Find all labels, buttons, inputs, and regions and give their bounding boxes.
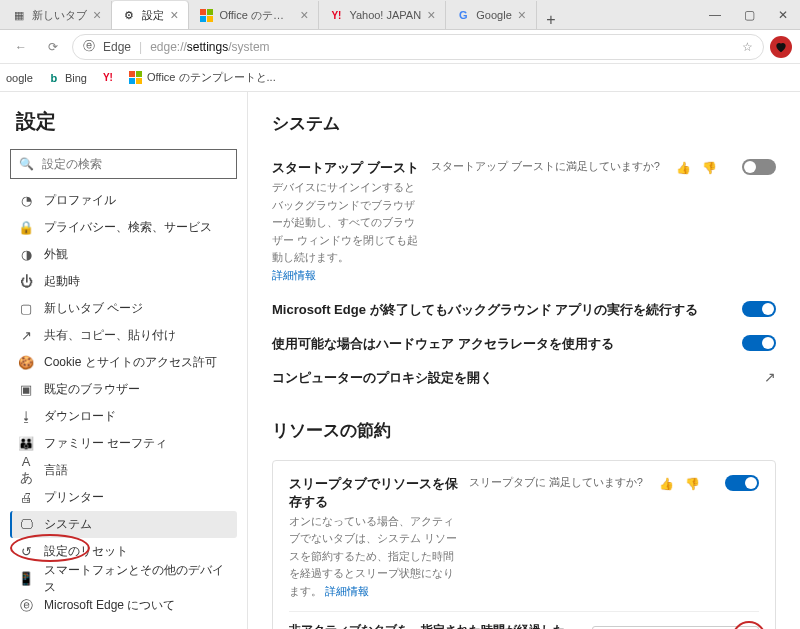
sidebar-item-label: 既定のブラウザー [44, 381, 140, 398]
sidebar-item-1[interactable]: 🔒プライバシー、検索、サービス [10, 214, 237, 241]
sidebar-item-9[interactable]: 👪ファミリー セーフティ [10, 430, 237, 457]
thumbs-down-icon[interactable]: 👎 [700, 159, 718, 177]
tab-yahoo[interactable]: Y! Yahoo! JAPAN × [319, 1, 446, 29]
thumbs-up-icon[interactable]: 👍 [674, 159, 692, 177]
sidebar-item-2[interactable]: ◑外観 [10, 241, 237, 268]
thumbs-down-icon[interactable]: 👎 [683, 475, 701, 493]
sidebar-item-5[interactable]: ↗共有、コピー、貼り付け [10, 322, 237, 349]
google-icon: G [456, 8, 470, 22]
tab-settings[interactable]: ⚙ 設定 × [112, 1, 189, 29]
sidebar-item-4[interactable]: ▢新しいタブ ページ [10, 295, 237, 322]
sidebar-icon: ⏻ [18, 274, 34, 289]
bookmarks-bar: oogle bBing Y! Office のテンプレートと... [0, 64, 800, 92]
sidebar-item-label: 新しいタブ ページ [44, 300, 143, 317]
sidebar-icon: ◔ [18, 193, 34, 208]
maximize-button[interactable]: ▢ [732, 0, 766, 30]
url-prefix: edge:// [150, 40, 187, 54]
sidebar-item-label: 共有、コピー、貼り付け [44, 327, 176, 344]
sidebar-item-15[interactable]: ⓔMicrosoft Edge について [10, 592, 237, 619]
sidebar-item-label: ファミリー セーフティ [44, 435, 167, 452]
profile-avatar[interactable] [770, 36, 792, 58]
url-path: settings [187, 40, 228, 54]
toggle-sleeping-tabs[interactable] [725, 475, 759, 491]
address-bar: ← ⟳ ⓔ Edge | edge://settings/system ☆ [0, 30, 800, 64]
close-icon[interactable]: × [170, 8, 178, 22]
close-button[interactable]: ✕ [766, 0, 800, 30]
toggle-startup-boost[interactable] [742, 159, 776, 175]
close-icon[interactable]: × [518, 8, 526, 22]
url-brand: Edge [103, 40, 131, 54]
tab-strip: ▦ 新しいタブ × ⚙ 設定 × Office のテンプレー × Y! Yaho… [0, 0, 698, 29]
sidebar-icon: 👪 [18, 436, 34, 451]
bookmark-google[interactable]: oogle [6, 72, 33, 84]
sidebar-item-label: プロファイル [44, 192, 116, 209]
row-hardware-accel: 使用可能な場合はハードウェア アクセラレータを使用する [272, 329, 776, 363]
gear-icon: ⚙ [122, 8, 136, 22]
bookmark-bing[interactable]: bBing [47, 71, 87, 85]
sidebar-item-7[interactable]: ▣既定のブラウザー [10, 376, 237, 403]
settings-search[interactable]: 🔍 [10, 149, 237, 179]
sidebar-item-label: 起動時 [44, 273, 80, 290]
back-button[interactable]: ← [8, 34, 34, 60]
sidebar-item-8[interactable]: ⭳ダウンロード [10, 403, 237, 430]
sidebar-item-11[interactable]: 🖨プリンター [10, 484, 237, 511]
tab-newtab[interactable]: ▦ 新しいタブ × [2, 1, 112, 29]
search-input[interactable] [40, 156, 228, 172]
row-startup-boost: スタートアップ ブースト デバイスにサインインするとバックグラウンドでブラウザー… [272, 153, 776, 295]
tab-google[interactable]: G Google × [446, 1, 537, 29]
bookmark-yahoo[interactable]: Y! [101, 71, 115, 85]
sidebar-item-label: 言語 [44, 462, 68, 479]
minimize-button[interactable]: — [698, 0, 732, 30]
ms-icon [129, 71, 143, 85]
sidebar-icon: 🖨 [18, 490, 34, 505]
learn-more-link[interactable]: 詳細情報 [272, 269, 316, 281]
row-sleep-timeout: 非アクティブなタブを、指定された時間が経過した後、スリープ状態にします: 2 時… [289, 611, 759, 629]
sidebar-item-3[interactable]: ⏻起動時 [10, 268, 237, 295]
tab-label: 新しいタブ [32, 8, 87, 23]
tab-label: Google [476, 9, 511, 21]
sidebar-item-12[interactable]: 🖵システム [10, 511, 237, 538]
sidebar-item-label: Microsoft Edge について [44, 597, 175, 614]
window-controls: — ▢ ✕ [698, 0, 800, 30]
resource-card: スリープタブでリソースを保存する オンになっている場合、アクティブでないタブは、… [272, 460, 776, 629]
url-field[interactable]: ⓔ Edge | edge://settings/system ☆ [72, 34, 764, 60]
learn-more-link[interactable]: 詳細情報 [325, 585, 369, 597]
sidebar-icon: 🖵 [18, 517, 34, 532]
url-suffix: /system [228, 40, 269, 54]
external-link-icon: ↗ [764, 369, 776, 385]
sidebar-item-0[interactable]: ◔プロファイル [10, 187, 237, 214]
refresh-button[interactable]: ⟳ [40, 34, 66, 60]
sidebar-item-label: システム [44, 516, 92, 533]
settings-content: システム スタートアップ ブースト デバイスにサインインするとバックグラウンドで… [248, 92, 800, 629]
close-icon[interactable]: × [93, 8, 101, 22]
sidebar-icon: 🍪 [18, 355, 34, 370]
sidebar-item-label: Cookie とサイトのアクセス許可 [44, 354, 217, 371]
favorite-icon[interactable]: ☆ [742, 40, 753, 54]
sidebar-icon: ⭳ [18, 409, 34, 424]
title-bar: ▦ 新しいタブ × ⚙ 設定 × Office のテンプレー × Y! Yaho… [0, 0, 800, 30]
sidebar-icon: ▢ [18, 301, 34, 316]
tab-label: Yahoo! JAPAN [349, 9, 421, 21]
edge-icon: ⓔ [83, 38, 95, 55]
sidebar-item-label: 外観 [44, 246, 68, 263]
toggle-background-apps[interactable] [742, 301, 776, 317]
sidebar-item-14[interactable]: 📱スマートフォンとその他のデバイス [10, 565, 237, 592]
sidebar-icon: ▣ [18, 382, 34, 397]
thumbs-up-icon[interactable]: 👍 [657, 475, 675, 493]
sidebar-icon: ⓔ [18, 597, 34, 615]
sidebar-icon: 📱 [18, 571, 34, 586]
sidebar-item-6[interactable]: 🍪Cookie とサイトのアクセス許可 [10, 349, 237, 376]
sleep-timeout-select[interactable]: 2 時間の非アクティブ状態 ⌄ [592, 626, 759, 629]
new-tab-button[interactable]: + [537, 11, 565, 29]
toggle-hardware-accel[interactable] [742, 335, 776, 351]
settings-sidebar: 設定 🔍 ◔プロファイル🔒プライバシー、検索、サービス◑外観⏻起動時▢新しいタブ… [0, 92, 248, 629]
tab-office[interactable]: Office のテンプレー × [189, 1, 319, 29]
sidebar-icon: ◑ [18, 247, 34, 262]
sidebar-item-10[interactable]: Aあ言語 [10, 457, 237, 484]
close-icon[interactable]: × [300, 8, 308, 22]
row-proxy-settings[interactable]: コンピューターのプロキシ設定を開く ↗ [272, 363, 776, 397]
bing-icon: b [47, 71, 61, 85]
close-icon[interactable]: × [427, 8, 435, 22]
bookmark-office[interactable]: Office のテンプレートと... [129, 70, 276, 85]
tab-label: Office のテンプレー [219, 8, 294, 23]
